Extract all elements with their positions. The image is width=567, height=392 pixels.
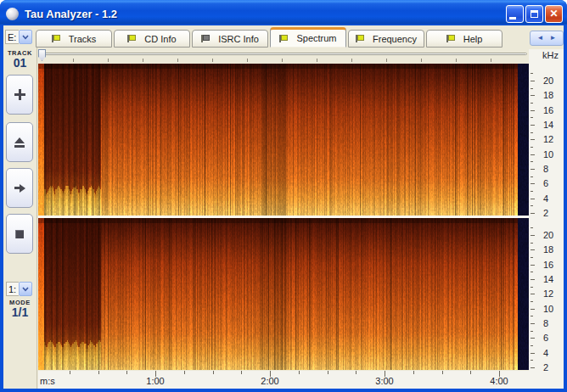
mode-select[interactable]: 1:	[6, 281, 32, 297]
freq-tick-label: 8	[543, 317, 548, 329]
freq-tick	[531, 243, 533, 244]
freq-tick	[531, 353, 535, 354]
stop-icon	[15, 230, 24, 238]
time-tick	[356, 371, 356, 374]
tab-cd-info[interactable]: CD Info	[114, 30, 190, 48]
freq-tick-label: 4	[543, 193, 548, 204]
position-slider-track[interactable]	[39, 53, 527, 55]
freq-tick-label: 14	[543, 119, 553, 131]
freq-tick	[531, 125, 535, 126]
freq-tick	[531, 176, 533, 177]
frequency-axis: kHz 2018161412108642 2018161412108642	[529, 49, 564, 389]
freq-tick	[531, 309, 535, 310]
flag-icon	[127, 35, 135, 42]
eject-icon	[14, 137, 25, 148]
time-tick-label: 1:00	[143, 376, 168, 386]
flag-icon	[356, 35, 363, 42]
freq-tick-label: 2	[543, 207, 548, 219]
slider-tick	[421, 59, 422, 62]
time-tick-label: 4:00	[486, 376, 512, 386]
freq-tick	[531, 301, 533, 302]
freq-tick	[531, 73, 533, 74]
stop-button[interactable]	[6, 214, 33, 254]
freq-tick	[531, 161, 533, 162]
add-icon	[14, 89, 25, 100]
freq-tick	[531, 154, 535, 155]
freq-tick	[531, 132, 533, 133]
freq-tick-label: 10	[543, 148, 553, 160]
slider-tick	[386, 59, 387, 62]
tab-label: Frequency	[373, 34, 417, 44]
close-icon: ✕	[549, 8, 558, 19]
freq-tick	[531, 279, 535, 280]
add-button[interactable]	[6, 75, 33, 115]
freq-tick	[531, 345, 533, 346]
freq-tick	[531, 331, 533, 332]
freq-tick-label: 16	[543, 259, 553, 271]
freq-tick	[531, 110, 535, 111]
freq-tick	[531, 199, 535, 199]
freq-tick	[531, 265, 535, 266]
mode-select-arrow-button[interactable]	[19, 282, 32, 296]
freq-tick-label: 20	[543, 229, 553, 241]
freq-tick	[531, 287, 533, 288]
tab-label: ISRC Info	[218, 34, 259, 44]
freq-tick	[531, 95, 535, 96]
freq-tick	[531, 227, 533, 228]
time-tick	[241, 371, 242, 374]
chevron-down-icon	[22, 35, 29, 40]
title-bar[interactable]: Tau Analyzer - 1.2 ✕	[0, 0, 567, 25]
next-icon	[14, 184, 25, 193]
freq-tick-label: 14	[543, 273, 553, 285]
time-tick-label: 3:00	[372, 376, 397, 386]
slider-tick	[491, 59, 491, 62]
tab-isrc-info[interactable]: ISRC Info	[192, 30, 268, 48]
drive-select[interactable]: E:	[5, 29, 32, 45]
freq-tick-label: 6	[543, 332, 548, 344]
slider-tick	[212, 59, 213, 62]
flag-icon	[279, 35, 287, 42]
freq-tick-label: 16	[543, 104, 553, 116]
freq-tick-label: 18	[543, 244, 553, 255]
freq-tick	[531, 323, 535, 324]
freq-tick	[531, 169, 535, 170]
slider-tick	[456, 59, 457, 62]
drive-select-arrow-button[interactable]	[19, 30, 32, 44]
tab-scroll-buttons: ◄ ►	[530, 31, 564, 46]
track-number: 01	[3, 56, 36, 70]
tab-scroll-right-button[interactable]: ►	[550, 35, 557, 42]
time-tick	[98, 371, 99, 374]
freq-tick	[531, 191, 533, 192]
time-axis-unit-label: m:s	[40, 376, 55, 386]
time-tick	[184, 371, 185, 374]
maximize-button[interactable]	[525, 5, 543, 23]
app-window: Tau Analyzer - 1.2 ✕ E: TracksCD InfoISR…	[0, 0, 567, 392]
freq-tick	[531, 139, 535, 140]
time-tick	[126, 371, 127, 374]
tab-help[interactable]: Help	[426, 30, 502, 48]
tab-frequency[interactable]: Frequency	[348, 30, 424, 48]
minimize-button[interactable]	[506, 5, 524, 23]
drive-select-value: E:	[5, 30, 19, 44]
tab-label: CD Info	[144, 34, 176, 44]
tab-tracks[interactable]: Tracks	[36, 30, 112, 48]
next-button[interactable]	[6, 168, 33, 208]
eject-button[interactable]	[6, 122, 33, 162]
freq-tick-label: 20	[543, 75, 553, 87]
sidebar: TRACK 01 1: MODE 1/1	[3, 48, 37, 389]
spectrogram-left-channel	[38, 64, 529, 216]
freq-tick-label: 18	[543, 89, 553, 101]
freq-tick	[531, 103, 533, 104]
tab-spectrum[interactable]: Spectrum	[270, 27, 346, 48]
mode-select-value: 1:	[6, 282, 19, 296]
position-slider-thumb[interactable]	[38, 49, 46, 61]
mode-value: 1/1	[3, 305, 36, 319]
tab-scroll-left-button[interactable]: ◄	[537, 35, 544, 42]
tab-label: Spectrum	[296, 33, 336, 43]
freq-tick	[531, 294, 535, 294]
tab-label: Help	[463, 34, 483, 44]
freq-tick-label: 2	[543, 361, 548, 373]
freq-tick	[531, 205, 533, 206]
close-button[interactable]: ✕	[545, 5, 563, 23]
slider-tick	[108, 59, 109, 62]
